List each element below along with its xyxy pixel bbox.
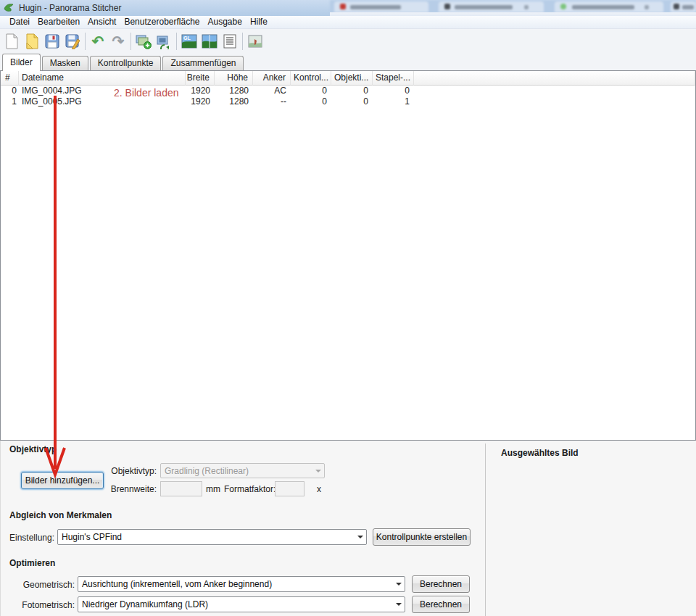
- toolbar: ↶ ↷ GL: [0, 29, 696, 54]
- preview-panorama-button[interactable]: [199, 31, 220, 51]
- column-header-stapel[interactable]: Stapel-...: [373, 71, 414, 86]
- geometric-optimize-value: Ausrichtung (inkrementell, vom Anker beg…: [78, 579, 393, 589]
- photometric-label: Fotometrisch:: [14, 600, 75, 610]
- photometric-optimize-select[interactable]: Niedriger Dynamikumfang (LDR): [78, 596, 405, 612]
- column-header-objektiv[interactable]: Objekti...: [331, 71, 373, 86]
- image-list: # Dateiname Breite Höhe Anker Kontrol...…: [0, 70, 696, 441]
- cp-detector-value: Hugin's CPFind: [58, 532, 355, 542]
- tab-masken[interactable]: Masken: [42, 56, 88, 70]
- geometric-label: Geometrisch:: [14, 580, 75, 590]
- row-width: 1920: [186, 96, 215, 107]
- row-lens: 0: [331, 96, 373, 107]
- lens-type-label: Objektivtyp:: [91, 466, 157, 476]
- photometric-optimize-value: Niedriger Dynamikumfang (LDR): [78, 599, 393, 609]
- menu-bearbeiten[interactable]: Bearbeiten: [34, 16, 83, 28]
- lens-type-value: Gradlinig (Rectilinear): [161, 466, 312, 476]
- menu-ansicht[interactable]: Ansicht: [84, 16, 120, 28]
- crop-factor-label: Formatfaktor:: [224, 484, 276, 494]
- preview-window-icon: [247, 33, 263, 49]
- chevron-down-icon: [312, 470, 324, 473]
- setting-label: Einstellung:: [9, 533, 54, 543]
- hugin-app-icon: [3, 2, 14, 14]
- panel-divider: [485, 444, 486, 616]
- bottom-panel: Objektivtyp Bilder hinzufügen... Objekti…: [0, 441, 696, 616]
- control-point-list-button[interactable]: [220, 31, 240, 51]
- focal-length-input: [160, 481, 202, 496]
- column-header-anker[interactable]: Anker: [253, 71, 291, 86]
- row-index: 0: [1, 86, 19, 96]
- column-header-breite[interactable]: Breite: [186, 71, 215, 86]
- row-controlpoints: 0: [291, 96, 331, 107]
- title-bar[interactable]: Hugin - Panorama Stitcher: [0, 0, 696, 16]
- redo-button[interactable]: ↷: [108, 31, 128, 51]
- menu-bar: Datei Bearbeiten Ansicht Benutzeroberflä…: [0, 16, 696, 29]
- optimize-heading: Optimieren: [9, 558, 55, 568]
- lens-section-heading: Objektivtyp: [9, 444, 57, 454]
- gl-preview-icon: GL: [181, 33, 197, 49]
- new-project-icon: [4, 33, 20, 49]
- gl-preview-button[interactable]: GL: [179, 31, 199, 51]
- tab-zusammenfuegen[interactable]: Zusammenfügen: [162, 56, 244, 70]
- menu-datei[interactable]: Datei: [6, 16, 33, 28]
- undo-button[interactable]: ↶: [88, 31, 108, 51]
- chevron-down-icon: [393, 583, 405, 586]
- preview-window-button[interactable]: [245, 31, 265, 51]
- tab-kontrollpunkte[interactable]: Kontrollpunkte: [90, 56, 162, 70]
- hugin-window: Hugin - Panorama Stitcher: [0, 0, 696, 616]
- background-browser-tabs: [330, 0, 696, 12]
- menu-hilfe[interactable]: Hilfe: [246, 16, 271, 28]
- column-header-filler: [414, 71, 695, 86]
- chevron-down-icon: [355, 536, 366, 538]
- row-stack: 0: [373, 86, 414, 96]
- open-project-button[interactable]: [22, 31, 42, 51]
- row-width: 1920: [186, 86, 215, 96]
- add-images-button[interactable]: [133, 31, 154, 51]
- toolbar-separator: [176, 33, 177, 50]
- feature-matching-heading: Abgleich von Merkmalen: [9, 510, 112, 520]
- tab-bilder[interactable]: Bilder: [2, 54, 41, 71]
- menu-benutzeroberflaeche[interactable]: Benutzeroberfläche: [120, 16, 203, 28]
- column-header-index[interactable]: #: [1, 71, 19, 86]
- save-as-icon: [65, 33, 80, 49]
- toolbar-separator: [85, 33, 86, 50]
- save-project-button[interactable]: [42, 31, 62, 51]
- window-title: Hugin - Panorama Stitcher: [19, 3, 121, 13]
- column-header-kontrollpunkte[interactable]: Kontrol...: [291, 71, 331, 86]
- preview-panorama-icon: [202, 33, 218, 49]
- table-row[interactable]: 0 IMG_0004.JPG 1920 1280 AC 0 0 0: [1, 86, 695, 96]
- menu-ausgabe[interactable]: Ausgabe: [204, 16, 246, 28]
- open-project-icon: [24, 33, 40, 49]
- control-point-list-icon: [222, 33, 238, 49]
- mm-unit-label: mm: [206, 484, 220, 494]
- row-height: 1280: [215, 86, 253, 96]
- save-project-as-button[interactable]: [62, 31, 83, 51]
- new-project-button[interactable]: [1, 31, 22, 51]
- svg-text:GL: GL: [183, 36, 191, 41]
- column-header-dateiname[interactable]: Dateiname: [19, 71, 186, 86]
- add-images-icon: [136, 33, 152, 49]
- annotation-text: 2. Bilder laden: [114, 87, 179, 99]
- add-time-series-button[interactable]: [154, 31, 174, 51]
- add-time-series-icon: [156, 33, 172, 49]
- row-anchor: AC: [253, 86, 291, 96]
- row-controlpoints: 0: [291, 86, 331, 96]
- selected-image-heading: Ausgewähltes Bild: [501, 448, 579, 458]
- column-header-hoehe[interactable]: Höhe: [215, 71, 253, 86]
- save-icon: [44, 33, 60, 49]
- row-stack: 1: [373, 96, 414, 107]
- geometric-calculate-button[interactable]: Berechnen: [412, 575, 470, 593]
- toolbar-separator: [242, 33, 243, 50]
- create-control-points-button[interactable]: Kontrollpunkte erstellen: [373, 528, 471, 546]
- geometric-optimize-select[interactable]: Ausrichtung (inkrementell, vom Anker beg…: [78, 576, 405, 592]
- row-height: 1280: [215, 96, 253, 107]
- photometric-calculate-button[interactable]: Berechnen: [412, 596, 470, 613]
- crop-factor-input: [275, 481, 304, 496]
- tab-bar: Bilder Masken Kontrollpunkte Zusammenfüg…: [0, 54, 696, 70]
- x-unit-label: x: [317, 484, 321, 494]
- table-row[interactable]: 1 IMG_0005.JPG 1920 1280 -- 0 0 1: [1, 96, 695, 107]
- focal-length-label: Brennweite:: [91, 484, 157, 494]
- toolbar-separator: [130, 33, 131, 50]
- image-list-header: # Dateiname Breite Höhe Anker Kontrol...…: [1, 71, 695, 86]
- lens-type-select: Gradlinig (Rectilinear): [160, 463, 325, 478]
- cp-detector-select[interactable]: Hugin's CPFind: [57, 529, 367, 545]
